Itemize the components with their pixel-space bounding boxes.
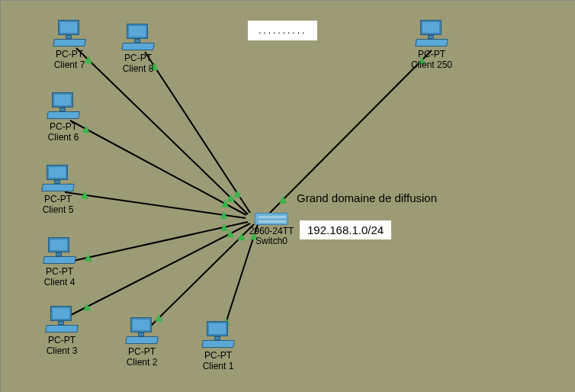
pc-icon <box>43 237 75 265</box>
pc-device-c2[interactable]: PC-PTClient 2 <box>115 317 169 368</box>
broadcast-domain-label: Grand domaine de diffusion <box>297 191 437 204</box>
pc-device-c6[interactable]: PC-PTClient 6 <box>37 92 90 143</box>
pc-device-c3[interactable]: PC-PTClient 3 <box>35 306 88 356</box>
pc-icon <box>122 24 154 51</box>
pc-icon <box>46 306 78 333</box>
pc-name-label: Client 5 <box>31 204 85 215</box>
pc-name-label: Client 1 <box>191 361 245 371</box>
pc-device-c8[interactable]: PC-PTClient 8 <box>111 24 165 74</box>
pc-name-label: Client 2 <box>115 357 169 368</box>
pc-name-label: Client 250 <box>405 59 458 70</box>
pc-type-label: PC-PT <box>111 53 165 63</box>
pc-type-label: PC-PT <box>405 49 458 59</box>
pc-icon <box>42 165 74 192</box>
switch-device[interactable]: 2960-24TT Switch0 <box>245 213 298 246</box>
network-diagram-canvas: PC-PTClient 7PC-PTClient 8PC-PTClient 25… <box>0 0 575 392</box>
pc-type-label: PC-PT <box>37 121 90 132</box>
pc-type-label: PC-PT <box>191 350 245 361</box>
pc-name-label: Client 8 <box>111 63 165 74</box>
pc-icon <box>47 92 79 120</box>
pc-type-label: PC-PT <box>115 346 169 357</box>
switch-icon <box>255 213 288 225</box>
ellipsis-annotation[interactable]: .......... <box>248 21 317 40</box>
nodes-layer: PC-PTClient 7PC-PTClient 8PC-PTClient 25… <box>1 1 575 392</box>
pc-device-c250[interactable]: PC-PTClient 250 <box>405 20 458 70</box>
pc-type-label: PC-PT <box>43 49 96 59</box>
pc-device-c4[interactable]: PC-PTClient 4 <box>33 237 86 288</box>
pc-type-label: PC-PT <box>33 266 86 277</box>
pc-name-label: Client 3 <box>35 345 88 356</box>
pc-device-c1[interactable]: PC-PTClient 1 <box>191 321 245 371</box>
pc-icon <box>53 20 85 47</box>
switch-name-label: Switch0 <box>245 236 298 246</box>
subnet-annotation[interactable]: 192.168.1.0/24 <box>300 220 391 239</box>
pc-name-label: Client 4 <box>33 277 86 288</box>
pc-type-label: PC-PT <box>31 194 85 204</box>
pc-name-label: Client 6 <box>37 132 90 143</box>
pc-icon <box>416 20 448 47</box>
pc-type-label: PC-PT <box>35 335 88 345</box>
pc-icon <box>126 317 158 345</box>
pc-device-c7[interactable]: PC-PTClient 7 <box>43 20 96 70</box>
pc-icon <box>202 321 234 349</box>
pc-name-label: Client 7 <box>43 59 96 70</box>
pc-device-c5[interactable]: PC-PTClient 5 <box>31 165 85 215</box>
